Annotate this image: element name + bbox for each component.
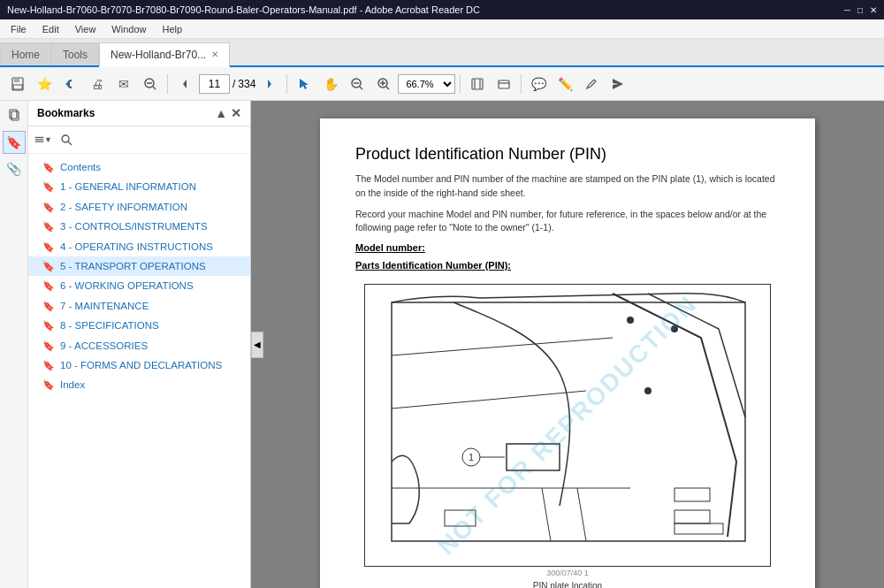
zoom-out-tool-button[interactable] — [138, 72, 163, 96]
full-screen-button[interactable] — [492, 72, 516, 96]
svg-marker-6 — [183, 80, 187, 88]
separator-1 — [167, 74, 168, 94]
bookmark-icon: 🔖 — [42, 161, 55, 174]
bookmark-3[interactable]: 🔖 3 - CONTROLS/INSTRUMENTS — [28, 217, 250, 236]
bookmark-9[interactable]: 🔖 9 - ACCESSORIES — [28, 336, 250, 355]
svg-point-30 — [671, 325, 678, 332]
fit-page-button[interactable] — [465, 72, 490, 96]
pdf-container[interactable]: ◀ Product Identification Number (PIN) Th… — [251, 101, 884, 588]
bookmark-icon: 🔖 — [42, 300, 55, 313]
toolbar: ⭐ 🖨 ✉ / 334 ✋ 66.7% 50% 75% 100% 125% 15… — [0, 67, 884, 101]
save-button[interactable] — [5, 72, 30, 96]
pdf-para1: The Model number and PIN number of the m… — [355, 172, 780, 201]
tab-tools[interactable]: Tools — [51, 42, 99, 65]
menu-view[interactable]: View — [68, 22, 103, 36]
bookmark-icon: 🔖 — [42, 340, 55, 353]
menu-window[interactable]: Window — [104, 22, 153, 36]
svg-marker-8 — [300, 79, 309, 89]
bookmark-label: 7 - MAINTENANCE — [60, 299, 149, 313]
bookmark-7[interactable]: 🔖 7 - MAINTENANCE — [28, 296, 250, 316]
svg-point-31 — [644, 387, 652, 394]
bookmark-2[interactable]: 🔖 2 - SAFETY INFORMATION — [28, 197, 250, 217]
share-button[interactable] — [606, 72, 630, 96]
svg-marker-7 — [268, 80, 271, 88]
bookmark-icon: 🔖 — [42, 319, 55, 332]
zoom-out-button[interactable] — [345, 72, 370, 96]
svg-rect-19 — [499, 80, 509, 88]
bookmark-index[interactable]: 🔖 Index — [28, 375, 250, 394]
bookmark-6[interactable]: 🔖 6 - WORKING OPERATIONS — [28, 276, 250, 295]
bookmark-10[interactable]: 🔖 10 - FORMS AND DECLARATIONS — [28, 355, 250, 375]
bookmark-add-button[interactable]: ⭐ — [32, 72, 57, 96]
prev-page-button[interactable] — [172, 72, 197, 96]
svg-rect-25 — [35, 141, 43, 142]
sidebar-scroll-up[interactable]: ▲ — [215, 106, 227, 120]
bookmark-label: 9 - ACCESSORIES — [60, 339, 148, 353]
bookmark-label: 8 - SPECIFICATIONS — [60, 318, 159, 332]
tab-home[interactable]: Home — [0, 42, 51, 65]
minimize-btn[interactable]: ─ — [844, 5, 850, 15]
zoom-in-button[interactable] — [371, 72, 396, 96]
page-sep: / — [232, 78, 235, 90]
bookmark-4[interactable]: 🔖 4 - OPERATING INSTRUCTIONS — [28, 237, 250, 256]
menu-edit[interactable]: Edit — [35, 22, 66, 36]
title-bar: New-Holland-Br7060-Br7070-Br7080-Br7090-… — [0, 0, 884, 19]
tab-home-label: Home — [11, 49, 40, 61]
back-button[interactable] — [58, 72, 83, 96]
bookmark-label: 2 - SAFETY INFORMATION — [60, 200, 187, 214]
zoom-select[interactable]: 66.7% 50% 75% 100% 125% 150% — [398, 74, 455, 94]
svg-point-26 — [62, 135, 69, 142]
next-page-button[interactable] — [257, 72, 282, 96]
attachments-panel-btn[interactable]: 📎 — [3, 157, 26, 180]
menu-file[interactable]: File — [4, 22, 34, 36]
select-tool-button[interactable] — [292, 72, 316, 96]
sidebar-bookmarks: Bookmarks ▲ ✕ ▼ 🔖 Contents 🔖 1 - GENERAL — [28, 101, 251, 588]
close-btn[interactable]: ✕ — [870, 5, 877, 15]
svg-line-27 — [68, 141, 72, 145]
bookmark-8[interactable]: 🔖 8 - SPECIFICATIONS — [28, 316, 250, 335]
svg-rect-1 — [14, 78, 19, 82]
bookmark-label: 1 - GENERAL INFORMATION — [60, 179, 196, 194]
sidebar-header: Bookmarks ▲ ✕ — [28, 101, 250, 126]
pdf-page-title: Product Identification Number (PIN) — [355, 145, 780, 164]
main-area: 🔖 📎 Bookmarks ▲ ✕ ▼ 🔖 Contents — [0, 101, 884, 588]
bookmark-label: 3 - CONTROLS/INSTRUMENTS — [60, 219, 208, 233]
page-nav: / 334 — [199, 74, 255, 94]
sidebar-controls: ▲ ✕ — [215, 106, 241, 120]
separator-3 — [460, 74, 461, 94]
draw-button[interactable] — [579, 72, 604, 96]
bookmark-contents[interactable]: 🔖 Contents — [28, 157, 250, 177]
tab-tools-label: Tools — [63, 49, 88, 61]
diagram-caption: PIN plate location — [355, 581, 780, 588]
bookmark-5[interactable]: 🔖 5 - TRANSPORT OPERATIONS — [28, 256, 250, 276]
tab-close-icon[interactable]: ✕ — [211, 50, 218, 59]
svg-rect-23 — [35, 137, 43, 138]
comment-button[interactable]: 💬 — [526, 72, 551, 96]
menu-bar: File Edit View Window Help — [0, 19, 884, 39]
bookmarks-list[interactable]: 🔖 Contents 🔖 1 - GENERAL INFORMATION 🔖 2… — [28, 154, 250, 588]
sidebar-search-btn[interactable] — [57, 130, 76, 149]
bookmark-label: 10 - FORMS AND DECLARATIONS — [60, 358, 222, 372]
bookmarks-panel-btn[interactable]: 🔖 — [3, 131, 26, 154]
bookmark-label: 5 - TRANSPORT OPERATIONS — [60, 259, 206, 273]
svg-rect-2 — [13, 85, 22, 89]
svg-point-29 — [627, 317, 634, 324]
sidebar-title: Bookmarks — [37, 107, 95, 119]
sidebar-close-btn[interactable]: ✕ — [231, 106, 241, 120]
highlight-button[interactable]: ✏️ — [552, 72, 577, 96]
email-button[interactable]: ✉ — [111, 72, 136, 96]
sidebar-options-btn[interactable]: ▼ — [34, 130, 53, 149]
bookmark-1[interactable]: 🔖 1 - GENERAL INFORMATION — [28, 177, 250, 196]
print-button[interactable]: 🖨 — [85, 72, 110, 96]
collapse-sidebar-btn[interactable]: ◀ — [251, 332, 263, 358]
page-number-input[interactable] — [199, 74, 230, 94]
hand-tool-button[interactable]: ✋ — [318, 72, 343, 96]
svg-line-11 — [360, 87, 362, 89]
pdf-model-label: Model number: — [355, 242, 780, 253]
maximize-btn[interactable]: □ — [857, 5, 863, 15]
pdf-pin-label: Parts Identification Number (PIN): — [355, 260, 780, 271]
pages-panel-btn[interactable] — [3, 104, 26, 127]
tab-document[interactable]: New-Holland-Br70... ✕ — [99, 42, 230, 67]
menu-help[interactable]: Help — [155, 22, 189, 36]
bookmark-icon: 🔖 — [42, 201, 55, 214]
